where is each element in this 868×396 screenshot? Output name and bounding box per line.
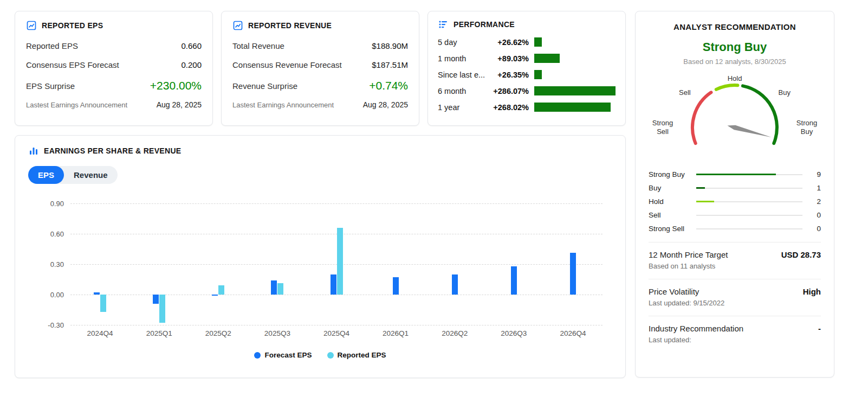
chart-header: EARNINGS PER SHARE & REVENUE (28, 145, 612, 156)
summary-cards-row: REPORTED EPS Reported EPS 0.660 Consensu… (15, 11, 626, 126)
performance-bar-track (534, 70, 616, 79)
revenue-surprise-value: +0.74% (369, 79, 408, 92)
x-axis-label: 2026Q1 (366, 329, 425, 337)
reported-eps-bar (159, 295, 165, 323)
report-chart-icon (26, 20, 37, 31)
performance-bar (534, 37, 542, 47)
rating-subtitle: Based on 12 analysts, 8/30/2025 (649, 58, 821, 66)
left-column: REPORTED EPS Reported EPS 0.660 Consensu… (15, 11, 626, 378)
performance-bar-track (534, 86, 616, 95)
industry-recommendation-sub: Last updated: (649, 336, 821, 344)
revenue-surprise-label: Revenue Surprise (232, 81, 297, 91)
x-axis-label: 2025Q1 (129, 329, 189, 337)
eps-revenue-chart-card: EARNINGS PER SHARE & REVENUE EPS Revenue… (15, 135, 626, 378)
divider (649, 242, 821, 242)
performance-row-since-last: Since last e... +26.35% (438, 68, 616, 81)
y-axis-label: 0.00 (35, 291, 64, 299)
x-axis-label: 2026Q4 (543, 329, 603, 337)
total-revenue-row: Total Revenue $188.90M (232, 36, 408, 55)
total-revenue-value: $188.90M (372, 41, 408, 50)
forecast-eps-bar (331, 274, 336, 295)
consensus-eps-row: Consensus EPS Forecast 0.200 (26, 55, 202, 74)
legend-forecast-eps[interactable]: Forecast EPS (254, 351, 312, 359)
dist-label: Sell (649, 211, 696, 219)
performance-bar (534, 54, 560, 63)
dashboard: REPORTED EPS Reported EPS 0.660 Consensu… (0, 0, 868, 378)
period-return: +89.03% (488, 54, 534, 63)
report-chart-icon (232, 20, 243, 31)
dist-label: Buy (649, 184, 696, 192)
price-volatility-sub: Last updated: 9/15/2022 (649, 299, 821, 307)
gauge-label-sell: Sell (679, 88, 691, 97)
y-axis-label: 0.60 (35, 230, 64, 238)
chart-legend: Forecast EPS Reported EPS (28, 351, 612, 359)
legend-reported-eps[interactable]: Reported EPS (327, 351, 386, 359)
reported-eps-row: Reported EPS 0.660 (26, 36, 202, 55)
reported-eps-dot (327, 352, 334, 359)
dist-row-strong-buy: Strong Buy 9 (649, 168, 821, 181)
performance-icon (438, 19, 449, 30)
dist-track (696, 174, 802, 175)
performance-row-5day: 5 day +26.62% (438, 35, 616, 49)
reported-revenue-header: REPORTED REVENUE (232, 20, 408, 31)
consensus-eps-value: 0.200 (181, 60, 202, 69)
consensus-eps-label: Consensus EPS Forecast (26, 60, 119, 69)
bar-chart-icon (28, 145, 39, 156)
forecast-eps-bar (511, 266, 517, 295)
tab-revenue[interactable]: Revenue (64, 166, 118, 184)
divider (649, 279, 821, 279)
consensus-revenue-label: Consensus Revenue Forecast (232, 60, 342, 69)
period-return: +26.62% (488, 38, 534, 47)
forecast-eps-dot (254, 352, 261, 359)
reported-revenue-card: REPORTED REVENUE Total Revenue $188.90M … (221, 11, 419, 126)
price-volatility-value: High (803, 287, 821, 296)
dist-track (696, 188, 802, 189)
period-return: +286.07% (488, 87, 534, 95)
gauge-label-buy: Buy (779, 88, 791, 97)
eps-surprise-value: +230.00% (150, 79, 202, 92)
total-revenue-label: Total Revenue (232, 41, 284, 50)
x-axis-label: 2025Q2 (189, 329, 248, 337)
consensus-revenue-value: $187.51M (372, 60, 408, 69)
dist-count: 2 (809, 197, 821, 206)
dist-row-sell: Sell 0 (649, 208, 821, 222)
chart-series-tabs: EPS Revenue (28, 166, 118, 184)
performance-row-1month: 1 month +89.03% (438, 52, 616, 65)
chart-gridline (70, 325, 603, 325)
tab-eps[interactable]: EPS (28, 166, 64, 184)
chart-title: EARNINGS PER SHARE & REVENUE (44, 146, 181, 155)
reported-eps-title: REPORTED EPS (42, 21, 103, 30)
performance-bar-track (534, 54, 616, 63)
reported-eps-header: REPORTED EPS (26, 20, 202, 31)
dist-count: 9 (809, 170, 821, 178)
consensus-rating: Strong Buy (649, 40, 821, 54)
forecast-eps-bar (393, 277, 399, 295)
forecast-eps-bar (212, 295, 218, 296)
chart-gridline (70, 295, 603, 295)
x-axis-label: 2025Q3 (248, 329, 307, 337)
y-axis-label: 0.30 (35, 260, 64, 269)
period-label: 6 month (438, 87, 488, 95)
eps-surprise-row: EPS Surprise +230.00% (26, 74, 202, 97)
dist-row-hold: Hold 2 (649, 195, 821, 208)
reported-eps-bar (337, 228, 343, 295)
dist-label: Strong Buy (649, 170, 696, 178)
revenue-announcement-row: Lastest Earnings Announcement Aug 28, 20… (232, 97, 408, 114)
eps-surprise-label: EPS Surprise (26, 81, 75, 91)
period-return: +26.35% (488, 71, 534, 79)
performance-card: PERFORMANCE 5 day +26.62% 1 month +89.03… (427, 11, 626, 126)
performance-bar-track (534, 37, 616, 47)
industry-recommendation-label: Industry Recommendation (649, 324, 743, 333)
revenue-surprise-row: Revenue Surprise +0.74% (232, 74, 408, 97)
x-axis-label: 2026Q3 (484, 329, 543, 337)
reported-eps-bar (100, 295, 106, 312)
forecast-eps-bar (570, 253, 576, 295)
recommendation-gauge: Hold Sell Buy Strong Sell Strong Buy (649, 74, 821, 162)
performance-bar (534, 86, 616, 95)
consensus-revenue-row: Consensus Revenue Forecast $187.51M (232, 55, 408, 74)
reported-eps-label: Reported EPS (26, 41, 78, 50)
dist-count: 0 (809, 225, 821, 233)
performance-header: PERFORMANCE (438, 19, 616, 30)
performance-title: PERFORMANCE (454, 20, 515, 29)
dist-track (696, 201, 802, 202)
